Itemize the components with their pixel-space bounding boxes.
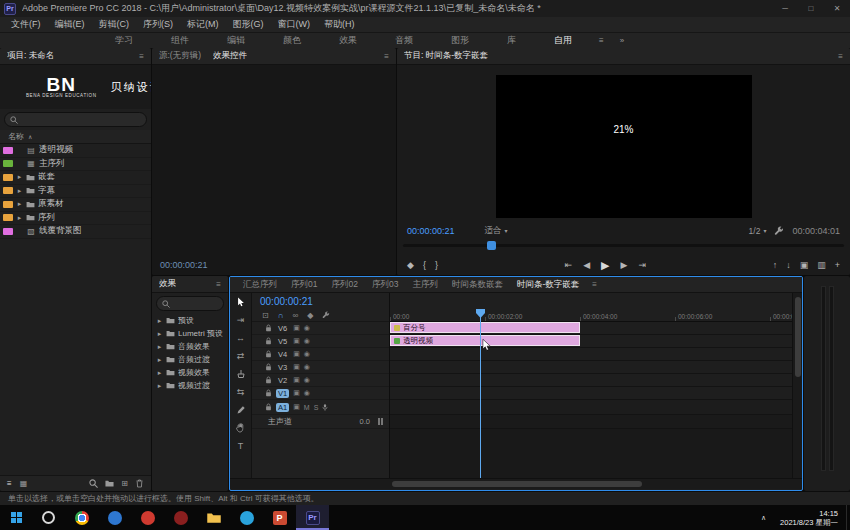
cortana-button[interactable] xyxy=(32,505,65,530)
add-marker-icon[interactable]: ◆ xyxy=(307,311,313,320)
track-header-master[interactable]: 主声道 0.0 xyxy=(252,415,389,429)
snap-icon[interactable]: ∩ xyxy=(278,311,284,320)
sequence-tab[interactable]: 汇总序列 xyxy=(236,279,284,291)
tab-source-monitor[interactable]: 源:(无剪辑) xyxy=(159,50,201,62)
lock-icon[interactable] xyxy=(265,337,272,345)
program-video-frame[interactable]: 21% xyxy=(496,75,752,218)
timeline-horizontal-scrollbar[interactable] xyxy=(230,478,802,489)
disclosure-icon[interactable]: ▸ xyxy=(16,200,23,208)
lane-v2[interactable] xyxy=(390,374,792,387)
hand-tool[interactable] xyxy=(234,422,248,434)
workspace-menu-icon[interactable]: ≡ xyxy=(591,36,612,45)
playhead[interactable] xyxy=(480,309,481,478)
type-tool[interactable]: T xyxy=(234,440,248,452)
panel-menu-icon[interactable]: ≡ xyxy=(838,52,843,61)
mark-in-button[interactable]: { xyxy=(423,260,426,270)
icon-view-button[interactable]: ▦ xyxy=(20,479,28,488)
export-frame-button[interactable]: ▣ xyxy=(800,260,809,270)
workspace-tab-custom[interactable]: 自用 xyxy=(535,34,591,47)
taskbar-app-browser[interactable] xyxy=(65,505,98,530)
label-chip[interactable] xyxy=(3,228,13,235)
step-back-button[interactable]: ◀ xyxy=(583,260,590,270)
premiere-taskbar-button[interactable]: Pr xyxy=(296,505,329,530)
delete-icon[interactable] xyxy=(135,479,144,488)
workspace-tab-assembly[interactable]: 组件 xyxy=(152,34,208,47)
disclosure-icon[interactable]: ▸ xyxy=(156,382,163,390)
effects-group-presets[interactable]: ▸ 预设 xyxy=(152,314,228,327)
sequence-tab-active[interactable]: 时间条-数字嵌套 xyxy=(510,279,586,291)
show-desktop-button[interactable] xyxy=(846,505,850,530)
timeline-ruler[interactable]: 00:00 00:00:02:00 00:00:04:00 00:00:06:0… xyxy=(390,293,792,322)
lock-icon[interactable] xyxy=(265,376,272,384)
sequence-tab[interactable]: 序列02 xyxy=(324,279,364,291)
new-item-button[interactable]: ⊞ xyxy=(121,479,128,488)
effects-group-video-transitions[interactable]: ▸ 视频过渡 xyxy=(152,379,228,392)
lane-v1[interactable] xyxy=(390,387,792,400)
menu-window[interactable]: 窗口(W) xyxy=(271,18,318,31)
project-item-sequence[interactable]: ▦ 主序列 xyxy=(0,158,151,172)
scrubber-track[interactable] xyxy=(403,244,844,247)
sync-lock-icon[interactable]: ▣ xyxy=(293,363,300,371)
effect-controls-timecode[interactable]: 00:00:00:21 xyxy=(160,260,208,270)
sequence-tab[interactable]: 主序列 xyxy=(405,279,445,291)
file-explorer-button[interactable] xyxy=(197,505,230,530)
menu-file[interactable]: 文件(F) xyxy=(4,18,48,31)
menu-help[interactable]: 帮助(H) xyxy=(317,18,362,31)
project-item-bin[interactable]: ▸ 字幕 xyxy=(0,185,151,199)
panel-menu-icon[interactable]: ≡ xyxy=(384,52,389,61)
selection-tool[interactable] xyxy=(234,296,248,308)
powerpoint-button[interactable]: P xyxy=(263,505,296,530)
voiceover-record-icon[interactable] xyxy=(322,403,328,412)
minimize-button[interactable]: ─ xyxy=(772,0,798,17)
new-bin-icon[interactable] xyxy=(105,479,114,488)
taskbar-app-3[interactable] xyxy=(164,505,197,530)
linked-selection-icon[interactable]: ∞ xyxy=(292,311,298,320)
rate-stretch-tool[interactable]: ⇄ xyxy=(234,350,248,362)
playback-resolution-select[interactable]: 1/2 ▾ xyxy=(749,226,767,236)
sync-lock-icon[interactable]: ▣ xyxy=(293,350,300,358)
go-to-in-button[interactable]: ⇤ xyxy=(565,260,573,270)
solo-button[interactable]: S xyxy=(314,404,319,411)
menu-markers[interactable]: 标记(M) xyxy=(180,18,226,31)
column-name[interactable]: 名称 xyxy=(8,131,24,142)
menu-sequence[interactable]: 序列(S) xyxy=(136,18,180,31)
track-output-icon[interactable]: ◉ xyxy=(304,376,310,384)
track-badge[interactable]: V2 xyxy=(276,376,289,385)
workspace-tab-audio[interactable]: 音频 xyxy=(376,34,432,47)
effects-search-input[interactable] xyxy=(156,296,224,311)
timeline-vertical-scrollbar[interactable] xyxy=(792,293,802,478)
settings-wrench-icon[interactable] xyxy=(774,226,784,236)
tab-project[interactable]: 项目: 未命名 xyxy=(7,50,54,62)
lane-v4[interactable] xyxy=(390,348,792,361)
label-chip[interactable] xyxy=(3,187,13,194)
track-header-v2[interactable]: V2 ▣ ◉ xyxy=(252,374,389,387)
disclosure-icon[interactable]: ▸ xyxy=(156,317,163,325)
maximize-button[interactable]: □ xyxy=(798,0,824,17)
panel-menu-icon[interactable]: ≡ xyxy=(592,280,597,289)
disclosure-icon[interactable]: ▸ xyxy=(156,369,163,377)
lane-master[interactable] xyxy=(390,415,792,429)
sync-lock-icon[interactable]: ▣ xyxy=(293,389,300,397)
track-output-icon[interactable]: ◉ xyxy=(304,363,310,371)
sync-lock-icon[interactable]: ▣ xyxy=(293,403,300,411)
pen-tool[interactable] xyxy=(234,404,248,416)
program-current-timecode[interactable]: 00:00:00:21 xyxy=(407,226,455,236)
go-to-out-button[interactable]: ⇥ xyxy=(638,260,646,270)
sort-asc-icon[interactable]: ∧ xyxy=(28,133,32,140)
tab-effect-controls[interactable]: 效果控件 xyxy=(213,50,247,62)
taskbar-clock[interactable]: 14:15 2021/8/23 星期一 xyxy=(772,509,846,527)
extract-button[interactable]: ↓ xyxy=(786,260,791,270)
project-search-input[interactable] xyxy=(4,112,147,127)
razor-tool[interactable] xyxy=(234,368,248,380)
play-button[interactable]: ▶ xyxy=(601,259,609,272)
lock-icon[interactable] xyxy=(265,389,272,397)
workspace-overflow-icon[interactable]: » xyxy=(612,36,632,45)
track-badge-targeted[interactable]: V1 xyxy=(276,389,289,398)
project-item-bin[interactable]: ▸ 序列 xyxy=(0,212,151,226)
track-badge[interactable]: V5 xyxy=(276,337,289,346)
track-header-v4[interactable]: V4 ▣ ◉ xyxy=(252,348,389,361)
lane-a1[interactable] xyxy=(390,400,792,415)
sync-lock-icon[interactable]: ▣ xyxy=(293,324,300,332)
project-item-image[interactable]: ▧ 线覆背景图 xyxy=(0,225,151,239)
project-item-clip[interactable]: ▤ 透明视频 xyxy=(0,144,151,158)
